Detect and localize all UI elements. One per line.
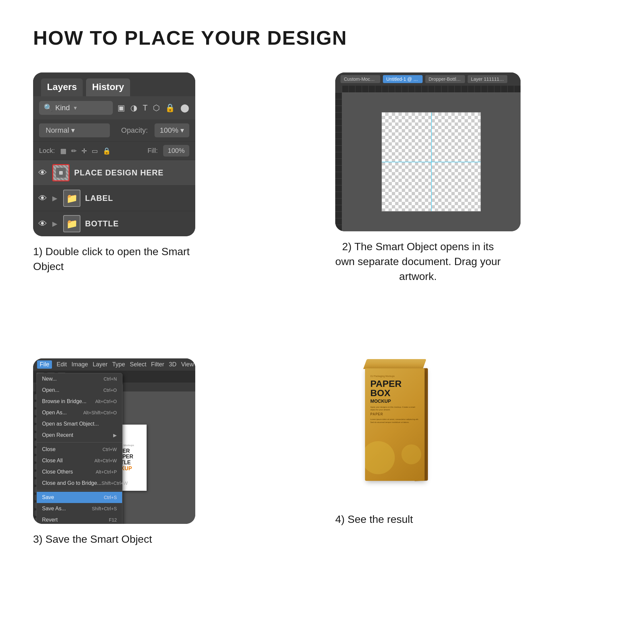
ps-canvas-screenshot: Custom-Mockup-Square.psb Untitled-1 @ 50… <box>335 72 521 231</box>
menu-browse-bridge[interactable]: Browse in Bridge...Alt+Ctrl+O <box>37 396 122 407</box>
ps-tab-4[interactable]: Layer 1111111.psb @ 25%... <box>468 75 507 83</box>
fill-number: 100% <box>168 147 185 154</box>
lock-image-icon[interactable]: ✏ <box>71 147 77 155</box>
menu-view[interactable]: View <box>181 361 194 368</box>
tab-layers[interactable]: Layers <box>41 78 83 96</box>
box-circle-deco-1 <box>365 441 395 474</box>
mode-value: Normal <box>46 126 69 135</box>
ruler-top <box>342 86 521 92</box>
menu-filter[interactable]: Filter <box>151 361 164 368</box>
lock-fill-row: Lock: ▦ ✏ ✛ ▭ 🔒 Fill: 100% <box>33 141 195 160</box>
box-top-face <box>363 359 427 369</box>
lock-position-icon[interactable]: ✛ <box>81 147 87 155</box>
layer-row-1[interactable]: 👁 ⊞ PLACE DESIGN HERE <box>33 160 195 185</box>
smart-icon: 🔒 <box>165 103 175 113</box>
menu-open-as[interactable]: Open As...Alt+Shift+Ctrl+O <box>37 407 122 418</box>
box-brand-line1: PAPER <box>370 379 401 389</box>
kind-label: Kind <box>55 104 70 112</box>
box-side-line-2: Paper Box Mockup <box>425 398 427 412</box>
box-mockup: OJ Packaging Mockups Paper Box Mockup OJ… <box>362 368 428 494</box>
folder-icon-3: 📁 <box>66 218 78 229</box>
lock-all-icon[interactable]: 🔒 <box>103 147 111 155</box>
menu-close-all[interactable]: Close AllAlt+Ctrl+W <box>37 455 122 466</box>
folder-icon-2: 📁 <box>66 193 78 204</box>
fill-input[interactable]: 100% <box>163 145 189 157</box>
lock-icons: ▦ ✏ ✛ ▭ 🔒 <box>60 147 111 155</box>
step-1-cell: Layers History 🔍 Kind ▾ ▣ ◑ T ⬡ <box>33 72 309 332</box>
ps-tab-3[interactable]: Dropper-Bottle-Amber-Glass-1... <box>425 75 465 83</box>
step-2-cell: Custom-Mockup-Square.psb Untitled-1 @ 50… <box>335 72 611 332</box>
file-dropdown-menu: New...Ctrl+N Open...Ctrl+O Browse in Bri… <box>36 373 122 524</box>
opacity-input[interactable]: 100% ▾ <box>155 123 189 137</box>
guideline-horizontal <box>382 162 481 162</box>
step-2-caption: 2) The Smart Object opens in its own sep… <box>335 239 501 284</box>
lock-transparent-icon[interactable]: ▦ <box>60 147 67 155</box>
menu-save-as[interactable]: Save As...Shift+Ctrl+S <box>37 503 122 514</box>
box-brand-name: PAPER BOX <box>370 379 419 398</box>
fill-label: Fill: <box>148 147 158 155</box>
menu-edit[interactable]: Edit <box>57 361 67 368</box>
box-circle-deco-2 <box>401 444 421 464</box>
step-4-caption: 4) See the result <box>335 512 413 527</box>
layer-row-3[interactable]: 👁 ▶ 📁 BOTTLE <box>33 211 195 236</box>
lock-label: Lock: <box>39 147 55 155</box>
layer-thumb-3: 📁 <box>63 215 80 232</box>
menu-close-bridge[interactable]: Close and Go to Bridge...Shift+Ctrl+W <box>37 478 122 489</box>
layers-toolbar: 🔍 Kind ▾ ▣ ◑ T ⬡ 🔒 ⬤ <box>33 96 195 119</box>
ps-guidelines <box>382 113 481 211</box>
menu-close[interactable]: CloseCtrl+W <box>37 444 122 455</box>
box-description-2: Lorem ipsum dolor sit amet, consectetur … <box>370 418 419 424</box>
menu-file[interactable]: File <box>37 360 52 369</box>
steps-grid: Layers History 🔍 Kind ▾ ▣ ◑ T ⬡ <box>33 72 611 618</box>
menu-3d[interactable]: 3D <box>169 361 176 368</box>
step-4-cell: OJ Packaging Mockups Paper Box Mockup OJ… <box>335 358 611 618</box>
layer-2-name: LABEL <box>85 194 191 203</box>
search-bar[interactable]: 🔍 Kind ▾ <box>39 101 113 115</box>
layers-tabs-row: Layers History <box>33 72 195 96</box>
eye-icon-2[interactable]: 👁 <box>38 193 48 204</box>
trash-icon: ⬤ <box>180 103 189 113</box>
eye-icon-3[interactable]: 👁 <box>38 219 48 229</box>
box-side-text: OJ Packaging Mockups Paper Box Mockup <box>425 378 427 412</box>
layer-1-name: PLACE DESIGN HERE <box>74 168 191 177</box>
menu-new[interactable]: New...Ctrl+N <box>37 373 122 385</box>
layer-2-arrow[interactable]: ▶ <box>52 194 57 202</box>
layer-3-arrow[interactable]: ▶ <box>52 220 57 228</box>
blend-mode-dropdown[interactable]: Normal ▾ <box>39 123 110 137</box>
separator-2 <box>37 490 122 490</box>
step-3-caption: 3) Save the Smart Object <box>33 532 152 547</box>
menu-revert[interactable]: RevertF12 <box>37 514 122 524</box>
menu-open-smart[interactable]: Open as Smart Object... <box>37 418 122 430</box>
mode-dropdown-arrow: ▾ <box>71 126 75 135</box>
menu-layer[interactable]: Layer <box>93 361 108 368</box>
shape-icon: ⬡ <box>153 103 160 113</box>
menu-select[interactable]: Select <box>130 361 146 368</box>
step-3-cell: File Edit Image Layer Type Select Filter… <box>33 358 309 618</box>
menu-type[interactable]: Type <box>112 361 125 368</box>
toolbar-icons: ▣ ◑ T ⬡ 🔒 ⬤ <box>117 103 189 113</box>
layer-row-2[interactable]: 👁 ▶ 📁 LABEL <box>33 185 195 211</box>
menu-open-recent[interactable]: Open Recent▶ <box>37 430 122 441</box>
ps-topbar: Custom-Mockup-Square.psb Untitled-1 @ 50… <box>335 72 521 86</box>
ps-tab-2[interactable]: Untitled-1 @ 50% (Layer 2 c... <box>383 75 423 83</box>
menu-image[interactable]: Image <box>71 361 88 368</box>
separator-1 <box>37 442 122 442</box>
layer-thumb-1: ⊞ <box>52 164 69 181</box>
lock-artboard-icon[interactable]: ▭ <box>92 147 98 155</box>
menu-close-others[interactable]: Close OthersAlt+Ctrl+P <box>37 466 122 478</box>
layer-thumb-2: 📁 <box>63 190 80 207</box>
ps-menubar[interactable]: File Edit Image Layer Type Select Filter… <box>33 358 195 371</box>
smart-object-badge: ⊞ <box>56 168 66 178</box>
opacity-number: 100% <box>160 126 178 135</box>
result-panel: OJ Packaging Mockups Paper Box Mockup OJ… <box>335 358 454 504</box>
ps-tab-1[interactable]: Custom-Mockup-Square.psb <box>341 75 380 83</box>
box-subtitle: MOCKUP <box>370 398 419 404</box>
menu-save[interactable]: SaveCtrl+S <box>37 492 122 503</box>
ps-canvas-white <box>382 112 481 211</box>
layers-panel-screenshot: Layers History 🔍 Kind ▾ ▣ ◑ T ⬡ <box>33 72 195 236</box>
tab-history[interactable]: History <box>86 78 130 96</box>
step-1-caption: 1) Double click to open the Smart Object <box>33 244 199 274</box>
image-icon: ▣ <box>117 103 125 113</box>
eye-icon-1[interactable]: 👁 <box>38 168 48 178</box>
menu-open[interactable]: Open...Ctrl+O <box>37 385 122 396</box>
